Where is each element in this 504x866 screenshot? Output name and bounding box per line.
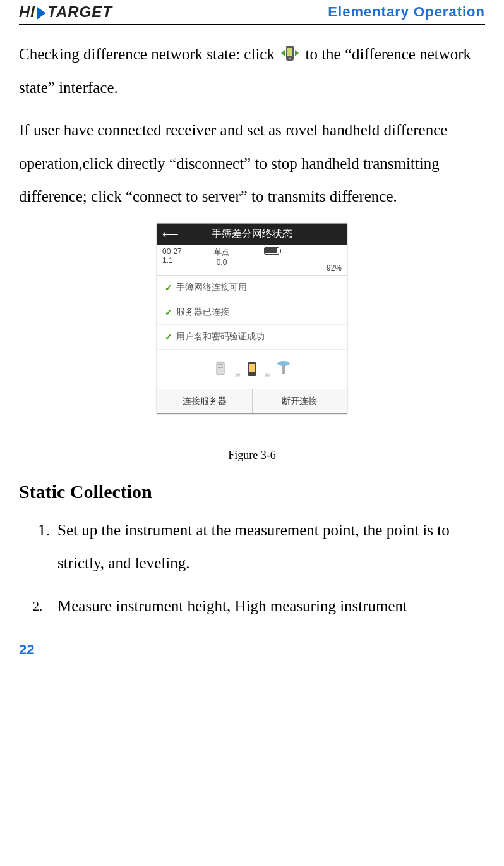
status-col1-bot: 1.1	[162, 256, 182, 265]
svg-rect-5	[218, 367, 223, 368]
logo-text-1: HI	[19, 3, 35, 20]
status-col1-top: 00-27	[162, 247, 182, 256]
paragraph-1-a: Checking difference network state: click	[19, 46, 279, 63]
screenshot-title-bar: ⟵ 手簿差分网络状态	[157, 224, 347, 245]
status-item-1-text: 手簿网络连接可用	[176, 282, 247, 293]
list-item-2: 2. Measure instrument height, High measu…	[54, 590, 485, 623]
status-center-top: 单点	[182, 247, 262, 258]
figure-caption: Figure 3-6	[19, 449, 485, 462]
svg-rect-4	[218, 364, 223, 365]
screenshot-buttons: 连接服务器 断开连接	[157, 389, 347, 413]
device-arrows-icon	[279, 42, 301, 64]
check-icon: ✓	[165, 307, 172, 317]
check-icon: ✓	[165, 332, 172, 342]
svg-rect-7	[249, 364, 255, 372]
status-col-1: 00-27 1.1	[162, 247, 182, 265]
status-item-3-text: 用户名和密码验证成功	[176, 331, 265, 343]
antenna-icon	[275, 358, 292, 377]
logo-text-2: TARGET	[47, 3, 112, 20]
status-item-2: ✓ 服务器已连接	[157, 300, 347, 325]
handheld-icon	[245, 360, 259, 377]
status-item-2-text: 服务器已连接	[176, 307, 229, 318]
check-icon: ✓	[165, 283, 172, 293]
battery-percent: 92%	[261, 264, 342, 272]
paragraph-2: If user have connected receiver and set …	[19, 114, 485, 214]
list-marker-2: 2.	[33, 593, 42, 619]
battery-icon	[264, 247, 279, 255]
svg-point-2	[289, 58, 291, 59]
brand-logo: HI▶TARGET	[19, 3, 112, 21]
page-header: HI▶TARGET Elementary Operation	[19, 0, 485, 25]
screenshot-status-bar: 00-27 1.1 单点 0.0 92%	[157, 245, 347, 276]
back-icon[interactable]: ⟵	[162, 228, 179, 241]
server-icon	[212, 360, 229, 377]
connection-diagram: ››› ›››	[157, 350, 347, 389]
figure-3-6: ⟵ 手簿差分网络状态 00-27 1.1 单点 0.0 92% ✓	[19, 223, 485, 462]
paragraph-1: Checking difference network state: click…	[19, 38, 485, 104]
status-item-3: ✓ 用户名和密码验证成功	[157, 325, 347, 350]
section-title: Elementary Operation	[328, 4, 485, 20]
svg-rect-1	[287, 48, 292, 56]
status-center: 单点 0.0	[182, 247, 262, 267]
static-collection-heading: Static Collection	[19, 481, 485, 503]
app-screenshot: ⟵ 手簿差分网络状态 00-27 1.1 单点 0.0 92% ✓	[157, 223, 347, 414]
chevron-right-icon: ›››	[235, 369, 240, 379]
status-right: 92%	[261, 247, 342, 272]
status-center-bot: 0.0	[182, 258, 262, 267]
list-item-2-text: Measure instrument height, High measurin…	[57, 597, 407, 614]
screenshot-title: 手簿差分网络状态	[212, 228, 292, 239]
page-number: 22	[19, 642, 485, 658]
numbered-list: Set up the instrument at the measurement…	[19, 514, 485, 623]
logo-triangle-icon: ▶	[37, 3, 45, 21]
list-item-1: Set up the instrument at the measurement…	[54, 514, 485, 580]
svg-rect-9	[282, 365, 285, 374]
chevron-right-icon: ›››	[264, 369, 269, 379]
status-item-1: ✓ 手簿网络连接可用	[157, 276, 347, 300]
connect-server-button[interactable]: 连接服务器	[157, 389, 253, 413]
disconnect-button[interactable]: 断开连接	[253, 389, 347, 413]
